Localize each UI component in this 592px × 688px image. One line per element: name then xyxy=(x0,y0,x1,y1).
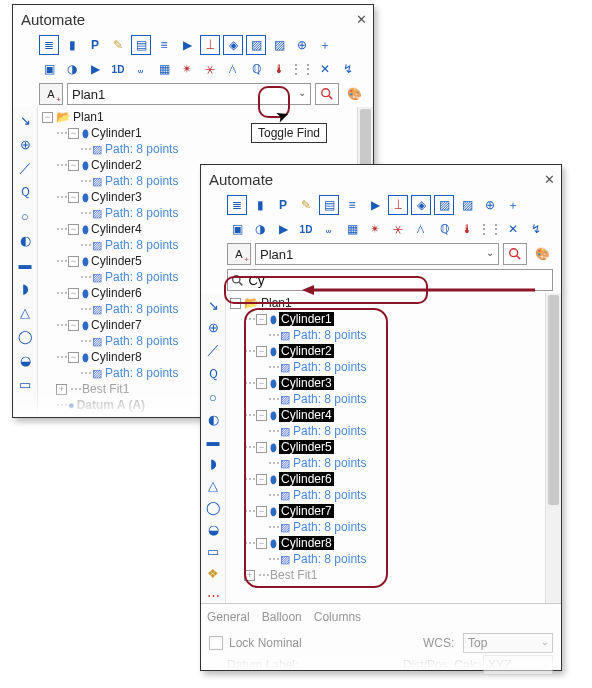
close-icon[interactable]: ✕ xyxy=(544,172,555,187)
toggle-find-button[interactable] xyxy=(503,243,527,265)
sidebar-icon[interactable]: ▭ xyxy=(204,543,222,559)
play-icon[interactable]: ▶ xyxy=(273,219,293,239)
axes-icon[interactable]: ✴ xyxy=(365,219,385,239)
toolbar-icon[interactable]: ◑ xyxy=(62,59,82,79)
toolbar-icon[interactable]: ◑ xyxy=(250,219,270,239)
collapse-icon[interactable]: − xyxy=(256,474,267,485)
sidebar-icon[interactable]: ◯ xyxy=(16,327,34,345)
toolbar-icon[interactable]: P xyxy=(85,35,105,55)
sidebar-icon[interactable]: ⋯ xyxy=(204,587,222,603)
toolbar-icon[interactable]: ≡ xyxy=(342,195,362,215)
axes-icon[interactable]: ⚹ xyxy=(200,59,220,79)
tree-path[interactable]: ⋯ ▨ Path: 8 points xyxy=(40,141,373,157)
collapse-icon[interactable]: − xyxy=(230,298,241,309)
toolbar-icon[interactable]: ≣ xyxy=(227,195,247,215)
rename-plan-button[interactable]: A+ xyxy=(39,83,63,105)
collapse-icon[interactable]: − xyxy=(256,442,267,453)
tree-item[interactable]: ⋯ − ⬮ Cylinder4 xyxy=(228,407,561,423)
toolbar-icon[interactable]: ▤ xyxy=(319,195,339,215)
add-icon[interactable]: ＋ xyxy=(315,35,335,55)
toolbar-icon[interactable]: ▤ xyxy=(131,35,151,55)
tree-item[interactable]: ⋯ − ⬮ Cylinder5 xyxy=(228,439,561,455)
calc-dropdown[interactable]: XYZ⌄ xyxy=(483,655,553,675)
collapse-icon[interactable]: − xyxy=(68,256,79,267)
sidebar-icon[interactable]: ↘ xyxy=(16,111,34,129)
collapse-icon[interactable]: − xyxy=(256,346,267,357)
target-icon[interactable]: ⊕ xyxy=(480,195,500,215)
palette-icon[interactable]: 🎨 xyxy=(531,244,553,264)
toolbar-icon[interactable]: ✎ xyxy=(108,35,128,55)
sidebar-icon[interactable]: ◗ xyxy=(16,279,34,297)
expand-icon[interactable]: + xyxy=(244,570,255,581)
tree-path[interactable]: ⋯ ▨ Path: 8 points xyxy=(228,391,561,407)
play-icon[interactable]: ▶ xyxy=(85,59,105,79)
tree-item[interactable]: ⋯ − ⬮ Cylinder6 xyxy=(228,471,561,487)
grid-icon[interactable]: ▦ xyxy=(342,219,362,239)
sidebar-icon[interactable]: ▬ xyxy=(16,255,34,273)
palette-icon[interactable]: 🎨 xyxy=(343,84,365,104)
scrollbar[interactable] xyxy=(545,293,561,603)
tree-path[interactable]: ⋯ ▨ Path: 8 points xyxy=(228,327,561,343)
tag-icon[interactable]: ◈ xyxy=(411,195,431,215)
toolbar-icon[interactable]: ▨ xyxy=(269,35,289,55)
tree-path[interactable]: ⋯ ▨ Path: 8 points xyxy=(228,487,561,503)
sidebar-icon[interactable]: ◒ xyxy=(204,521,222,537)
toolbar-icon[interactable]: ▨ xyxy=(434,195,454,215)
collapse-icon[interactable]: − xyxy=(68,192,79,203)
toolbar-icon[interactable]: ↯ xyxy=(338,59,358,79)
sidebar-icon[interactable]: ／ xyxy=(204,341,222,359)
tree-path[interactable]: ⋯ ▨ Path: 8 points xyxy=(228,455,561,471)
toggle-find-button[interactable] xyxy=(315,83,339,105)
sidebar-icon[interactable]: ◐ xyxy=(204,411,222,427)
collapse-icon[interactable]: − xyxy=(42,112,53,123)
sidebar-icon[interactable]: ▭ xyxy=(16,375,34,393)
add-icon[interactable]: ＋ xyxy=(503,195,523,215)
sidebar-icon[interactable]: ◗ xyxy=(204,455,222,471)
sidebar-icon[interactable]: △ xyxy=(204,477,222,493)
axes-icon[interactable]: ⚹ xyxy=(388,219,408,239)
collapse-icon[interactable]: − xyxy=(68,224,79,235)
chart-icon[interactable]: ⩑ xyxy=(411,219,431,239)
thermometer-icon[interactable]: 🌡 xyxy=(457,219,477,239)
tag-icon[interactable]: ◈ xyxy=(223,35,243,55)
toolbar-icon[interactable]: ▮ xyxy=(250,195,270,215)
tree-item[interactable]: ⋯ − ⬮ Cylinder1 xyxy=(228,311,561,327)
toolbar-icon[interactable]: ℚ xyxy=(246,59,266,79)
toolbar-icon[interactable]: ≣ xyxy=(39,35,59,55)
sidebar-icon[interactable]: ⊕ xyxy=(16,135,34,153)
tab-columns[interactable]: Columns xyxy=(314,610,361,624)
collapse-icon[interactable]: − xyxy=(68,288,79,299)
tab-balloon[interactable]: Balloon xyxy=(262,610,302,624)
close-icon[interactable]: ✕ xyxy=(356,12,367,27)
toolbar-icon[interactable]: ▮ xyxy=(62,35,82,55)
toolbar-icon[interactable]: ✕ xyxy=(503,219,523,239)
dots-icon[interactable]: ⋮⋮ xyxy=(480,219,500,239)
collapse-icon[interactable]: − xyxy=(256,410,267,421)
sidebar-icon[interactable]: Ｑ xyxy=(204,365,222,383)
tree-path[interactable]: ⋯ ▨ Path: 8 points xyxy=(228,359,561,375)
collapse-icon[interactable]: − xyxy=(256,506,267,517)
sidebar-icon[interactable]: ⊕ xyxy=(204,319,222,335)
plan-combo[interactable]: Plan1 ⌄ xyxy=(255,243,499,265)
toolbar-icon[interactable]: ▨ xyxy=(246,35,266,55)
tree-path[interactable]: ⋯ ▨ Path: 8 points xyxy=(228,423,561,439)
play-icon[interactable]: ▶ xyxy=(365,195,385,215)
sidebar-icon[interactable]: ◐ xyxy=(16,231,34,249)
sidebar-icon[interactable]: ◯ xyxy=(204,499,222,515)
lock-nominal-checkbox[interactable] xyxy=(209,636,223,650)
tree-path[interactable]: ⋯ ▨ Path: 8 points xyxy=(228,551,561,567)
collapse-icon[interactable]: − xyxy=(256,538,267,549)
toolbar-icon[interactable]: 1D xyxy=(108,59,128,79)
tree-item[interactable]: ⋯ − ⬮ Cylinder2 xyxy=(228,343,561,359)
sidebar-icon[interactable]: ○ xyxy=(16,207,34,225)
toolbar-icon[interactable]: ⩊ xyxy=(131,59,151,79)
camera-icon[interactable]: ▣ xyxy=(39,59,59,79)
toolbar-icon[interactable]: ✕ xyxy=(315,59,335,79)
rename-plan-button[interactable]: A+ xyxy=(227,243,251,265)
chart-icon[interactable]: ⩑ xyxy=(223,59,243,79)
toolbar-icon[interactable]: ⟘ xyxy=(200,35,220,55)
tree-item[interactable]: ⋯ − ⬮ Cylinder8 xyxy=(228,535,561,551)
collapse-icon[interactable]: − xyxy=(68,320,79,331)
collapse-icon[interactable]: − xyxy=(256,314,267,325)
tab-general[interactable]: General xyxy=(207,610,250,624)
